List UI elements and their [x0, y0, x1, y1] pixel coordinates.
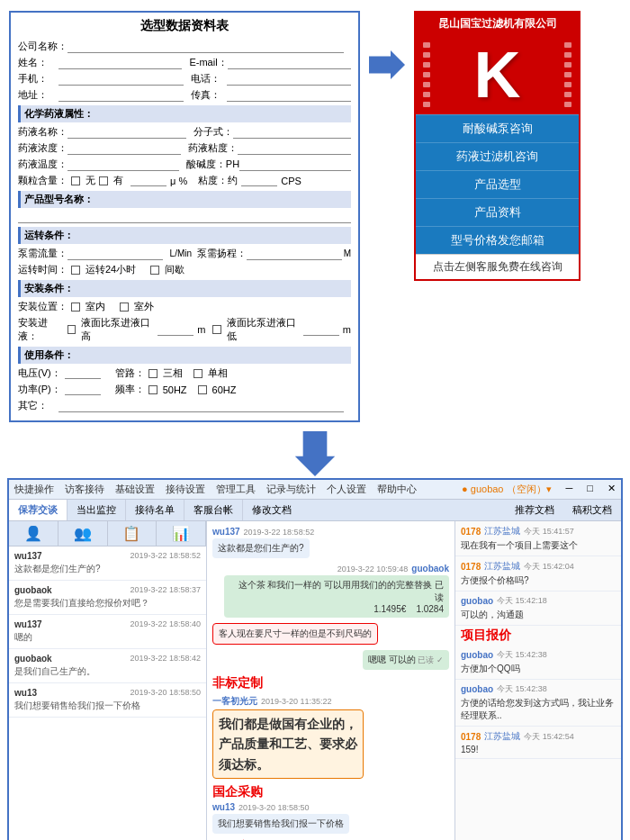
- freq-60-checkbox[interactable]: [198, 385, 207, 394]
- head-field[interactable]: [247, 248, 342, 260]
- user-tab-icon-1[interactable]: 👤: [9, 521, 58, 546]
- inlet-above-checkbox[interactable]: [68, 325, 76, 334]
- voltage-field[interactable]: [65, 367, 101, 379]
- stripe-5: [423, 82, 430, 87]
- stripe-7: [423, 102, 430, 107]
- particle-value-field[interactable]: [130, 175, 166, 186]
- msg-header: wu137 2019-3-22 18:58:52: [212, 527, 449, 537]
- particle-have-checkbox[interactable]: [99, 176, 108, 185]
- close-button[interactable]: ✕: [608, 483, 616, 496]
- toolbar-visitor[interactable]: 访客接待: [65, 483, 104, 496]
- chemical-section-header: 化学药液属性：: [18, 105, 351, 122]
- fax-label: 传真：: [191, 88, 227, 102]
- power-field[interactable]: [65, 384, 101, 395]
- inlet-above-unit: m: [197, 324, 205, 335]
- right-msg-loc: 江苏盐城: [484, 730, 520, 743]
- right-arrow-container: [369, 11, 405, 83]
- particle-none-checkbox[interactable]: [71, 176, 80, 185]
- toolbar-manage[interactable]: 管理工具: [216, 483, 256, 496]
- three-phase-checkbox[interactable]: [148, 369, 158, 378]
- user-tab-icon-4[interactable]: 📊: [157, 521, 206, 546]
- freq-label: 频率：: [115, 383, 145, 396]
- viscosity-value-field[interactable]: [241, 175, 277, 186]
- toolbar-basic[interactable]: 基础设置: [115, 483, 155, 496]
- tab-history[interactable]: 稿积文档: [563, 500, 621, 520]
- msg-item-header: wu137 2019-3-22 18:58:52: [14, 551, 201, 561]
- model-field[interactable]: [18, 211, 351, 223]
- msg-bubble-container: 这个茶 和我们一样的 可以用用我们的的完整替换 已读1.1495€ 1.0284: [212, 575, 449, 618]
- inlet-above-value[interactable]: [158, 324, 194, 336]
- brand-menu-item-4[interactable]: 产品资料: [416, 198, 579, 226]
- drug-viscosity-field[interactable]: [238, 142, 351, 155]
- toolbar-records[interactable]: 记录与统计: [266, 483, 316, 496]
- email-field[interactable]: [228, 57, 351, 69]
- freq-50-checkbox[interactable]: [148, 385, 158, 394]
- right-msg-time: 今天 15:42:38: [497, 649, 547, 661]
- toolbar-reception[interactable]: 接待设置: [166, 483, 205, 496]
- viscosity-unit: CPS: [281, 176, 302, 186]
- intermittent-checkbox[interactable]: [150, 266, 159, 275]
- tab-visitor-list[interactable]: 接待名单: [126, 500, 184, 520]
- inlet-below-checkbox[interactable]: [212, 325, 220, 334]
- outdoor-checkbox[interactable]: [120, 303, 129, 312]
- list-item[interactable]: guobaok 2019-3-22 18:58:42 是我们自己生产的。: [9, 649, 206, 683]
- tel-field[interactable]: [227, 73, 352, 86]
- tab-monitor[interactable]: 当出监控: [68, 500, 126, 520]
- toolbar-quick-ops[interactable]: 快捷操作: [14, 483, 54, 496]
- phone-field[interactable]: [58, 73, 184, 86]
- brand-menu-item-1[interactable]: 耐酸碱泵咨询: [416, 114, 579, 142]
- brand-logo-letter: K: [474, 42, 521, 107]
- tab-recommend[interactable]: 推荐文档: [506, 500, 563, 520]
- brand-menu-item-2[interactable]: 药液过滤机咨询: [416, 142, 579, 170]
- msg-preview: 这款都是您们生产的?: [14, 563, 201, 575]
- freq-50-label: 50HZ: [163, 384, 187, 395]
- tab-edit-doc[interactable]: 修改文档: [243, 500, 301, 520]
- brand-menu-item-5[interactable]: 型号价格发您邮箱: [416, 226, 579, 254]
- other-field[interactable]: [58, 400, 344, 412]
- user-status[interactable]: ● guobao （空闲）▾: [462, 483, 551, 496]
- drug-conc-field[interactable]: [68, 142, 181, 155]
- company-field[interactable]: [68, 41, 344, 53]
- drug-name-field[interactable]: [68, 126, 186, 139]
- name-field[interactable]: [58, 57, 182, 69]
- brand-menu-item-3[interactable]: 产品选型: [416, 170, 579, 198]
- right-msg-text: 方便加个QQ吗: [461, 663, 616, 675]
- indoor-checkbox[interactable]: [71, 303, 80, 312]
- right-msg-self: guobao: [461, 684, 493, 694]
- list-item[interactable]: wu137 2019-3-22 18:58:52 这款都是您们生产的?: [9, 546, 206, 581]
- list-item[interactable]: wu137 2019-3-22 18:58:40 嗯的: [9, 615, 206, 649]
- molecular-field[interactable]: [233, 126, 352, 139]
- tab-reception[interactable]: 保荐交谈: [9, 500, 68, 520]
- toolbar-personal[interactable]: 个人设置: [327, 483, 366, 496]
- minimize-button[interactable]: ─: [566, 483, 573, 496]
- address-field[interactable]: [58, 89, 184, 102]
- right-msg-time: 今天 15:41:57: [524, 526, 574, 537]
- user-tab-icon-2[interactable]: 👥: [58, 521, 108, 546]
- user-tab-icon-3[interactable]: 📋: [108, 521, 158, 546]
- right-msg-time: 今天 15:42:38: [497, 683, 547, 695]
- drug-temp-label: 药液温度：: [18, 158, 68, 171]
- list-item[interactable]: guobaok 2019-3-22 18:58:37 您是需要我们直接给您报价对…: [9, 581, 206, 615]
- single-phase-checkbox[interactable]: [194, 369, 202, 378]
- msg-user: wu137: [14, 619, 42, 629]
- right-msg-time: 今天 15:42:54: [524, 731, 574, 743]
- drug-temp-field[interactable]: [68, 158, 179, 171]
- acid-base-field[interactable]: [239, 158, 351, 171]
- annotation-project-quote: 项目报价: [455, 626, 621, 646]
- other-row: 其它：: [18, 399, 351, 412]
- intermittent-label: 间歇: [165, 263, 184, 276]
- brand-stripes-right: [564, 42, 572, 107]
- inlet-below-value[interactable]: [303, 324, 339, 336]
- fax-field[interactable]: [227, 89, 352, 102]
- tab-agent-ledger[interactable]: 客服台帐: [184, 500, 243, 520]
- particle-unit: μ %: [170, 176, 187, 186]
- stripe-r-7: [564, 102, 572, 107]
- right-msg-text: 159!: [461, 745, 616, 754]
- right-msg-text: 方便的话给您发到这方式吗，我让业务经理联系..: [461, 697, 616, 722]
- maximize-button[interactable]: □: [587, 483, 593, 496]
- toolbar-help[interactable]: 帮助中心: [377, 483, 417, 496]
- msg-header: wu13 2019-3-20 18:58:50: [212, 802, 449, 812]
- flow-field[interactable]: [68, 248, 163, 260]
- list-item[interactable]: wu13 2019-3-20 18:58:50 我们想要销售给我们报一下价格: [9, 683, 206, 718]
- run-24h-checkbox[interactable]: [71, 266, 80, 275]
